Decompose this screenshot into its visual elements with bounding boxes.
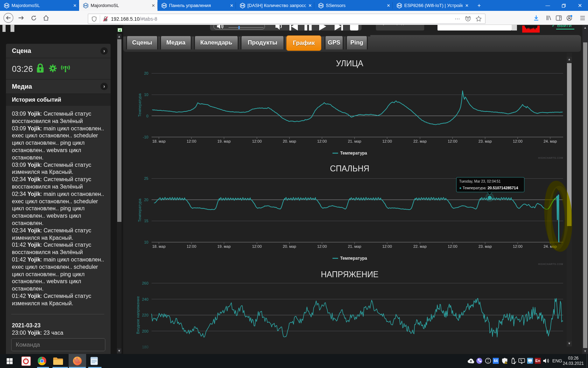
svg-text:240: 240 — [142, 297, 148, 301]
svg-text:20. мар: 20. мар — [283, 244, 296, 248]
svg-text:12:00: 12:00 — [382, 139, 392, 143]
svg-text:Температура: Температура — [138, 198, 142, 222]
svg-text:Температура: Температура — [340, 256, 367, 261]
svg-text:23. мар: 23. мар — [478, 139, 492, 143]
svg-text:18. мар: 18. мар — [152, 244, 166, 248]
svg-text:-10: -10 — [143, 135, 148, 139]
svg-text:12:00: 12:00 — [513, 244, 523, 248]
svg-text:0: 0 — [146, 114, 148, 118]
svg-text:21. мар: 21. мар — [348, 139, 361, 143]
svg-text:12:00: 12:00 — [252, 139, 262, 143]
svg-text:Входное напряжение: Входное напряжение — [136, 296, 140, 334]
svg-text:20: 20 — [144, 198, 148, 202]
svg-text:260: 260 — [142, 281, 148, 285]
svg-text:25: 25 — [144, 176, 148, 180]
svg-text:12:00: 12:00 — [448, 139, 457, 143]
svg-text:220: 220 — [142, 313, 148, 317]
svg-text:Tuesday, Mar 23, 02:04:51: Tuesday, Mar 23, 02:04:51 — [459, 179, 501, 183]
svg-text:НАПРЯЖЕНИЕ: НАПРЯЖЕНИЕ — [321, 270, 379, 279]
svg-text:12:00: 12:00 — [317, 244, 327, 248]
svg-text:12:00: 12:00 — [448, 244, 457, 248]
svg-text:20: 20 — [144, 71, 148, 75]
svg-text:18. мар: 18. мар — [152, 139, 166, 143]
svg-text:21. мар: 21. мар — [348, 244, 361, 248]
svg-text:10: 10 — [144, 93, 148, 97]
svg-text:12:00: 12:00 — [382, 244, 392, 248]
svg-text:20. мар: 20. мар — [283, 139, 296, 143]
svg-text:УЛИЦА: УЛИЦА — [336, 59, 363, 68]
svg-text:200: 200 — [142, 329, 148, 333]
svg-text:22. мар: 22. мар — [413, 139, 427, 143]
svg-text:Температура: Температура — [340, 151, 367, 156]
svg-text:12:00: 12:00 — [187, 139, 196, 143]
svg-text:12:00: 12:00 — [513, 139, 523, 143]
svg-text:22. мар: 22. мар — [413, 244, 427, 248]
svg-text:СПАЛЬНЯ: СПАЛЬНЯ — [330, 164, 369, 173]
svg-text:180: 180 — [142, 345, 148, 349]
svg-text:19. мар: 19. мар — [217, 139, 231, 143]
svg-text:12:00: 12:00 — [317, 139, 327, 143]
svg-text:24. мар: 24. мар — [544, 139, 557, 143]
svg-text:15: 15 — [144, 219, 148, 223]
svg-text:12:00: 12:00 — [252, 244, 262, 248]
svg-text:10: 10 — [144, 240, 148, 244]
svg-text:19. мар: 19. мар — [217, 244, 231, 248]
svg-text:Температура: Температура — [138, 93, 142, 117]
svg-text:12:00: 12:00 — [187, 244, 196, 248]
svg-text:23. мар: 23. мар — [478, 244, 492, 248]
svg-text:● Температура: 20.510714285714: ● Температура: 20.510714285714 — [459, 186, 518, 190]
